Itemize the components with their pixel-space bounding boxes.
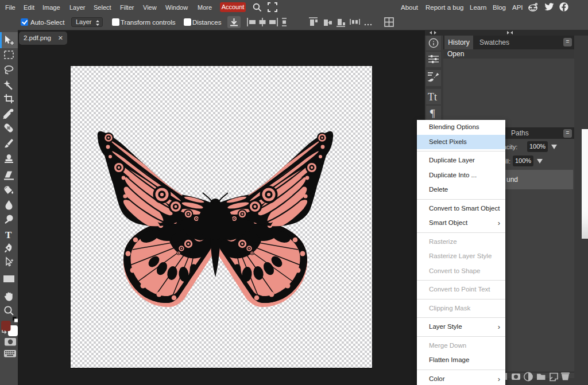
svg-text:¶: ¶ [430,107,435,119]
svg-text:T: T [5,230,12,240]
svg-text:Tt: Tt [428,91,437,103]
